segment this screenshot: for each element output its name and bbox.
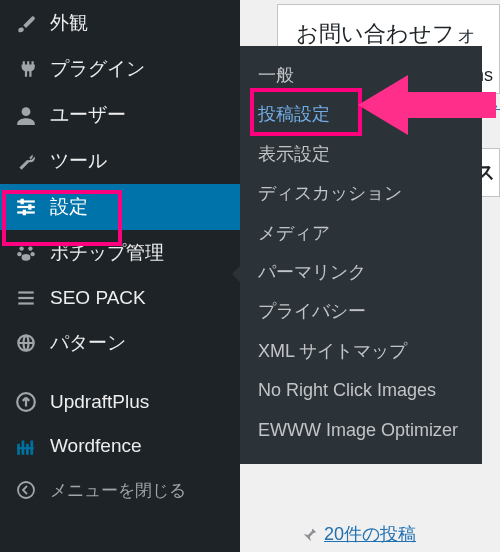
sidebar-item-seopack[interactable]: SEO PACK <box>0 276 240 320</box>
menu-label: UpdraftPlus <box>50 391 149 413</box>
submenu-media[interactable]: メディア <box>240 214 482 253</box>
sidebar-item-patterns[interactable]: パターン <box>0 320 240 366</box>
settings-submenu: 一般 投稿設定 表示設定 ディスカッション メディア パーマリンク プライバシー… <box>240 46 482 464</box>
menu-label: SEO PACK <box>50 287 146 309</box>
sidebar-item-appearance[interactable]: 外観 <box>0 0 240 46</box>
svg-point-10 <box>30 252 34 256</box>
submenu-privacy[interactable]: プライバシー <box>240 292 482 331</box>
sidebar-item-settings[interactable]: 設定 <box>0 184 240 230</box>
submenu-general[interactable]: 一般 <box>240 56 482 95</box>
menu-label: ツール <box>50 148 107 174</box>
collapse-icon <box>14 478 38 502</box>
list-icon <box>14 286 38 310</box>
sliders-icon <box>14 195 38 219</box>
sidebar-item-wordfence[interactable]: Wordfence <box>0 424 240 468</box>
sidebar-item-pochipp[interactable]: ポチップ管理 <box>0 230 240 276</box>
svg-rect-4 <box>21 199 24 205</box>
sidebar-item-plugins[interactable]: プラグイン <box>0 46 240 92</box>
svg-point-0 <box>22 107 31 116</box>
brush-icon <box>14 11 38 35</box>
paw-icon <box>14 241 38 265</box>
admin-sidebar: 外観 プラグイン ユーザー ツール 設定 ポチップ管理 SEO PACK <box>0 0 240 552</box>
submenu-xml-sitemap[interactable]: XML サイトマップ <box>240 332 482 371</box>
svg-rect-5 <box>28 204 31 210</box>
wrench-icon <box>14 149 38 173</box>
svg-rect-1 <box>17 200 35 202</box>
sidebar-collapse[interactable]: メニューを閉じる <box>0 468 240 512</box>
posts-count-link[interactable]: 20件の投稿 <box>300 522 416 546</box>
menu-label: ポチップ管理 <box>50 240 164 266</box>
submenu-no-right-click[interactable]: No Right Click Images <box>240 371 482 410</box>
sidebar-item-updraftplus[interactable]: UpdraftPlus <box>0 380 240 424</box>
wordfence-icon <box>14 434 38 458</box>
menu-label: パターン <box>50 330 126 356</box>
plug-icon <box>14 57 38 81</box>
pin-icon <box>300 525 318 543</box>
menu-label: Wordfence <box>50 435 142 457</box>
menu-label: プラグイン <box>50 56 145 82</box>
svg-rect-21 <box>17 447 34 449</box>
menu-label: 設定 <box>50 194 88 220</box>
submenu-writing[interactable]: 投稿設定 <box>240 95 482 134</box>
collapse-label: メニューを閉じる <box>50 479 186 502</box>
submenu-permalinks[interactable]: パーマリンク <box>240 253 482 292</box>
updraft-icon <box>14 390 38 414</box>
menu-label: 外観 <box>50 10 88 36</box>
user-icon <box>14 103 38 127</box>
submenu-ewww[interactable]: EWWW Image Optimizer <box>240 411 482 450</box>
menu-label: ユーザー <box>50 102 126 128</box>
svg-rect-6 <box>23 210 26 216</box>
svg-point-22 <box>18 482 34 498</box>
svg-rect-14 <box>18 302 33 304</box>
submenu-reading[interactable]: 表示設定 <box>240 135 482 174</box>
sidebar-item-tools[interactable]: ツール <box>0 138 240 184</box>
patterns-icon <box>14 331 38 355</box>
svg-point-9 <box>17 252 21 256</box>
submenu-discussion[interactable]: ディスカッション <box>240 174 482 213</box>
svg-rect-13 <box>18 297 33 299</box>
svg-point-11 <box>22 254 31 261</box>
svg-point-8 <box>28 246 32 250</box>
svg-point-7 <box>19 246 23 250</box>
posts-count-text: 20件の投稿 <box>324 522 416 546</box>
svg-rect-2 <box>17 206 35 208</box>
sidebar-item-users[interactable]: ユーザー <box>0 92 240 138</box>
svg-rect-12 <box>18 291 33 293</box>
